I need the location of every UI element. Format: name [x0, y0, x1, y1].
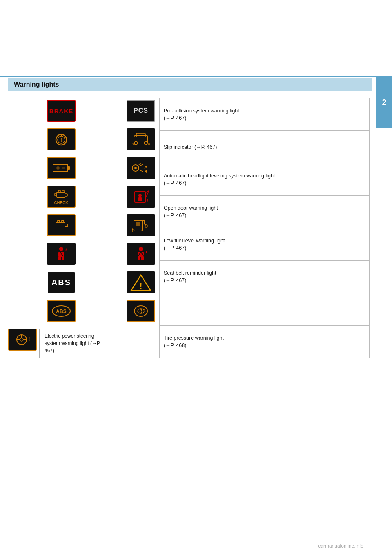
svg-rect-51	[138, 197, 142, 201]
eps-tooltip-text: Electric power steering system warning l…	[45, 333, 101, 354]
warning-triangle-svg: !	[130, 273, 151, 291]
headlight-row: A	[122, 155, 159, 181]
headlight-desc-text: Automatic headlight leveling system warn…	[164, 172, 275, 187]
svg-rect-9	[57, 192, 65, 197]
eps-icon: !	[8, 329, 37, 351]
slip-desc-text: Slip indicator (→P. 467)	[164, 143, 217, 151]
tire-pressure-row: (! )	[122, 298, 159, 324]
check-engine-svg	[53, 188, 69, 200]
svg-rect-66	[141, 256, 144, 260]
door-svg: !	[131, 188, 151, 205]
headlight-icon: A	[127, 157, 155, 179]
watermark-text: carmanualonline.info	[318, 543, 363, 549]
svg-rect-15	[65, 224, 68, 227]
slip-icon	[127, 128, 155, 150]
svg-text:): )	[144, 309, 146, 313]
svg-line-40	[140, 164, 143, 166]
check-engine-row: CHECK	[8, 184, 114, 209]
svg-rect-23	[62, 256, 64, 260]
tire-desc: Tire pressure warning light(→P. 468)	[160, 326, 369, 358]
airbag-row: ✳	[8, 241, 114, 266]
svg-point-50	[138, 194, 142, 197]
svg-text:!: !	[140, 282, 143, 291]
svg-text:!: !	[60, 137, 62, 143]
svg-rect-34	[136, 133, 145, 137]
svg-rect-5	[68, 166, 70, 170]
svg-text:!: !	[147, 198, 149, 203]
abs-row: ABS	[8, 270, 114, 295]
battery-row	[8, 155, 114, 181]
fuel-svg	[131, 217, 150, 233]
engine2-icon	[47, 214, 76, 236]
svg-rect-65	[138, 256, 140, 260]
seatbelt-desc-text: Seat belt reminder light(→P. 467)	[164, 269, 216, 284]
pressure-svg: !	[54, 133, 69, 146]
battery-icon	[47, 157, 76, 179]
svg-marker-60	[132, 228, 134, 230]
svg-rect-22	[58, 256, 61, 260]
door-desc: Open door warning light(→P. 467)	[160, 196, 369, 228]
pcs-desc-text: Pre-collision system warning light(→P. 4…	[164, 107, 239, 122]
section-number: 2	[382, 98, 386, 107]
left-icon-column: BRAKE !	[8, 98, 114, 358]
svg-point-38	[134, 167, 137, 169]
eps-tooltip: Electric power steering system warning l…	[39, 329, 114, 358]
brake-label: BRAKE	[49, 107, 73, 114]
abs-circle-svg: ABS	[51, 304, 71, 318]
brake-icon: BRAKE	[47, 100, 76, 122]
abs-circle-icon: ABS	[47, 300, 76, 322]
svg-rect-20	[58, 252, 64, 257]
fuel-desc: Low fuel level warning light(→P. 467)	[160, 228, 369, 261]
door-desc-text: Open door warning light(→P. 467)	[164, 204, 218, 219]
fuel-desc-text: Low fuel level warning light(→P. 467)	[164, 237, 225, 252]
abs-label: ABS	[51, 278, 71, 287]
svg-line-42	[139, 163, 141, 165]
eps-svg: !	[14, 333, 31, 346]
pcs-icon: PCS	[127, 100, 155, 122]
svg-point-61	[139, 247, 143, 251]
airbag-svg: ✳	[53, 245, 70, 262]
svg-point-19	[59, 247, 63, 251]
warning-desc	[160, 293, 369, 325]
check-engine-icon: CHECK	[47, 186, 76, 208]
main-content: BRAKE !	[8, 98, 370, 358]
seatbelt-icon: ✦	[127, 243, 155, 265]
eps-row: ! Electric power steering system warning…	[8, 329, 114, 358]
svg-rect-16	[53, 224, 56, 226]
door-row: !	[122, 184, 159, 209]
airbag-icon: ✳	[47, 243, 76, 265]
right-section: PCS	[122, 98, 370, 358]
seatbelt-svg: ✦	[132, 245, 150, 262]
svg-text:ABS: ABS	[56, 309, 66, 314]
section-header: Warning lights	[8, 78, 372, 91]
engine2-svg	[53, 219, 70, 232]
tire-desc-text: Tire pressure warning light(→P. 468)	[164, 334, 224, 349]
warning-triangle-row: !	[122, 270, 159, 295]
door-icon: !	[127, 186, 155, 208]
abs-circle-row: ABS	[8, 298, 114, 324]
svg-rect-54	[136, 222, 140, 226]
fuel-icon	[127, 214, 155, 236]
svg-text:✳: ✳	[65, 248, 68, 252]
pcs-row: PCS	[122, 98, 159, 123]
svg-point-28	[20, 338, 23, 341]
svg-rect-13	[62, 190, 64, 192]
svg-text:(!: (!	[139, 309, 142, 313]
top-line	[0, 76, 392, 77]
pressure-row: !	[8, 127, 114, 152]
slip-svg	[131, 131, 151, 148]
tire-pressure-svg: (! )	[132, 304, 150, 318]
svg-rect-14	[56, 223, 65, 228]
slip-desc: Slip indicator (→P. 467)	[160, 131, 369, 163]
abs-icon: ABS	[47, 271, 76, 293]
headlight-desc: Automatic headlight leveling system warn…	[160, 163, 369, 196]
tire-pressure-icon: (! )	[127, 300, 155, 322]
watermark: carmanualonline.info	[318, 543, 363, 549]
svg-text:!: !	[28, 336, 30, 342]
svg-text:✦: ✦	[145, 250, 148, 254]
engine2-row	[8, 213, 114, 238]
slip-row	[122, 127, 159, 152]
svg-text:A: A	[144, 165, 148, 170]
seatbelt-row: ✦	[122, 241, 159, 266]
svg-rect-4	[53, 164, 68, 172]
